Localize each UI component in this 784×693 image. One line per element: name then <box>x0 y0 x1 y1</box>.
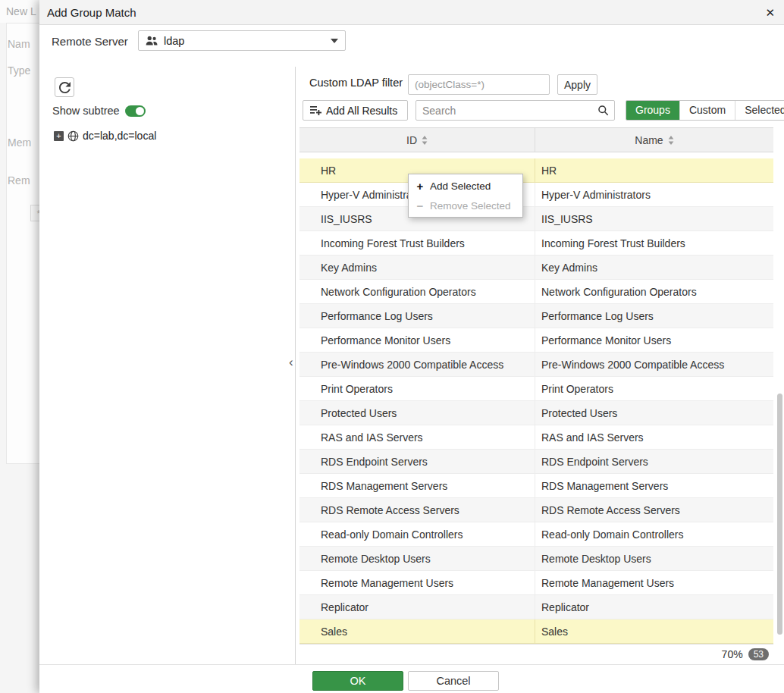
table-row[interactable]: Print OperatorsPrint Operators <box>299 377 773 401</box>
row-id-cell: Performance Monitor Users <box>299 328 535 352</box>
row-name-cell: Incoming Forest Trust Builders <box>535 231 773 255</box>
row-name-cell: Protected Users <box>535 401 773 425</box>
list-plus-icon <box>310 105 321 115</box>
table-row[interactable]: HRHR <box>299 158 773 183</box>
scrollbar-thumb[interactable] <box>777 394 782 635</box>
table-row[interactable]: IIS_IUSRSIIS_IUSRS <box>299 207 773 231</box>
table-rows: HRHRHyper-V AdministratorsHyper-V Admini… <box>299 158 773 644</box>
row-name-cell: Replicator <box>535 595 773 619</box>
table-row[interactable]: Pre-Windows 2000 Compatible AccessPre-Wi… <box>299 353 773 377</box>
sort-icon <box>668 136 674 145</box>
table-row[interactable]: RDS Management ServersRDS Management Ser… <box>299 474 773 498</box>
row-id-cell: RDS Endpoint Servers <box>299 450 535 473</box>
table-row[interactable]: RAS and IAS ServersRAS and IAS Servers <box>299 425 773 450</box>
menu-item-label: Add Selected <box>430 180 491 192</box>
domain-globe-icon <box>67 130 79 142</box>
menu-item-add-selected[interactable]: +Add Selected <box>409 176 522 196</box>
sort-icon <box>422 136 428 145</box>
search-input[interactable] <box>416 105 591 117</box>
tree-node-label: dc=lab,dc=local <box>83 130 156 142</box>
row-name-cell: RDS Remote Access Servers <box>535 498 773 522</box>
screen: New L NamTypeMemRem * Add Group Match ✕ … <box>0 0 784 693</box>
table-row[interactable]: Key AdminsKey Admins <box>299 256 773 280</box>
row-id-cell: Print Operators <box>299 377 535 400</box>
row-name-cell: Hyper-V Administrators <box>535 183 773 206</box>
row-id-cell: Protected Users <box>299 401 535 425</box>
result-percent: 70% <box>722 648 743 660</box>
tab-groups[interactable]: Groups <box>626 101 679 120</box>
row-name-cell: Performance Monitor Users <box>535 328 773 352</box>
table-row[interactable]: RDS Remote Access ServersRDS Remote Acce… <box>299 498 773 522</box>
table-row[interactable]: Remote Desktop UsersRemote Desktop Users <box>299 547 773 571</box>
row-id-cell: Performance Log Users <box>299 304 535 328</box>
table-row[interactable]: RDS Endpoint ServersRDS Endpoint Servers <box>299 450 773 474</box>
dialog-footer: OK Cancel <box>39 664 784 693</box>
row-name-cell: Read-only Domain Controllers <box>535 522 773 546</box>
table-row[interactable]: Read-only Domain ControllersRead-only Do… <box>299 522 773 547</box>
refresh-button[interactable] <box>55 77 74 97</box>
row-id-cell: Replicator <box>299 595 535 619</box>
row-id-cell: RAS and IAS Servers <box>299 425 535 449</box>
row-name-cell: Remote Management Users <box>535 571 773 594</box>
ok-button[interactable]: OK <box>312 671 403 691</box>
column-header-id-label: ID <box>406 134 417 146</box>
chevron-down-icon <box>331 39 338 43</box>
search-icon[interactable] <box>591 101 614 120</box>
column-header-id[interactable]: ID <box>299 128 535 152</box>
collapse-panel-arrow[interactable]: ‹ <box>289 356 293 368</box>
row-id-cell: RDS Management Servers <box>299 474 535 497</box>
add-group-match-dialog: Add Group Match ✕ Remote Server ldap <box>39 0 784 693</box>
table-row[interactable]: SalesSales <box>299 619 773 644</box>
row-id-cell: Remote Desktop Users <box>299 547 535 570</box>
dialog-header: Add Group Match ✕ <box>39 0 784 25</box>
table-row[interactable]: Performance Monitor UsersPerformance Mon… <box>299 328 773 353</box>
row-name-cell: RAS and IAS Servers <box>535 425 773 449</box>
dialog-title: Add Group Match <box>47 0 136 25</box>
tab-selected[interactable]: Selected <box>735 101 784 120</box>
table-row[interactable]: Performance Log UsersPerformance Log Use… <box>299 304 773 328</box>
table-header: ID Name <box>299 127 773 152</box>
row-id-cell: Network Configuration Operators <box>299 280 535 303</box>
remote-server-value: ldap <box>164 35 184 47</box>
show-subtree-toggle[interactable] <box>125 105 146 117</box>
panel-splitter[interactable] <box>295 67 296 664</box>
row-name-cell: IIS_IUSRS <box>535 207 773 230</box>
apply-button[interactable]: Apply <box>557 74 597 95</box>
add-all-results-label: Add All Results <box>326 105 397 117</box>
row-name-cell: Performance Log Users <box>535 304 773 328</box>
row-name-cell: Print Operators <box>535 377 773 400</box>
table-row[interactable]: ReplicatorReplicator <box>299 595 773 619</box>
tree-node-root[interactable]: + dc=lab,dc=local <box>54 130 156 142</box>
user-group-icon <box>146 36 158 45</box>
row-id-cell: Sales <box>299 619 535 643</box>
show-subtree-label: Show subtree <box>52 105 120 117</box>
table-row[interactable]: Network Configuration OperatorsNetwork C… <box>299 280 773 304</box>
ldap-filter-input[interactable] <box>408 74 550 95</box>
close-icon[interactable]: ✕ <box>765 0 775 25</box>
cancel-button[interactable]: Cancel <box>408 671 499 691</box>
row-id-cell: RDS Remote Access Servers <box>299 498 535 522</box>
table-row[interactable]: Protected UsersProtected Users <box>299 401 773 425</box>
refresh-icon <box>59 82 71 93</box>
row-name-cell: HR <box>535 158 773 182</box>
table-row[interactable]: Hyper-V AdministratorsHyper-V Administra… <box>299 183 773 207</box>
column-header-name[interactable]: Name <box>535 128 773 152</box>
table-row[interactable]: Remote Management UsersRemote Management… <box>299 571 773 595</box>
column-header-name-label: Name <box>635 134 663 146</box>
table-row[interactable]: Incoming Forest Trust BuildersIncoming F… <box>299 231 773 256</box>
remote-server-select[interactable]: ldap <box>138 30 346 51</box>
row-name-cell: Network Configuration Operators <box>535 280 773 303</box>
result-count-badge: 53 <box>748 648 769 660</box>
add-all-results-button[interactable]: Add All Results <box>303 100 408 121</box>
tab-custom[interactable]: Custom <box>679 101 735 120</box>
row-id-cell: Key Admins <box>299 256 535 279</box>
menu-item-remove-selected: −Remove Selected <box>409 196 522 215</box>
custom-ldap-filter-label: Custom LDAP filter <box>309 77 403 89</box>
plus-icon: + <box>416 180 425 193</box>
row-name-cell: RDS Management Servers <box>535 474 773 497</box>
search-box <box>416 100 615 121</box>
row-name-cell: Key Admins <box>535 256 773 279</box>
expand-plus-icon[interactable]: + <box>54 131 64 141</box>
row-id-cell: Pre-Windows 2000 Compatible Access <box>299 353 535 376</box>
context-menu: +Add Selected−Remove Selected <box>408 174 523 218</box>
